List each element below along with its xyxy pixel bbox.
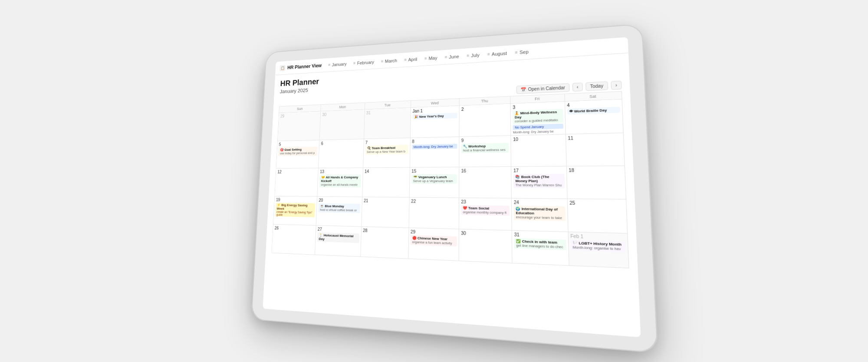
calendar-icon: 📅 bbox=[521, 87, 526, 92]
event-desc: encourage your team to take bbox=[516, 215, 563, 220]
tab-icon: ≡ bbox=[404, 57, 407, 62]
event-desc: Serve up a Veganuary team bbox=[413, 179, 455, 183]
cal-cell-jan27[interactable]: 27 🕯️ Holocaust Memorial Day bbox=[315, 226, 362, 257]
cal-cell-jan25[interactable]: 25 bbox=[567, 199, 628, 233]
date-label: 27 bbox=[318, 227, 359, 232]
tab-icon: ≡ bbox=[487, 52, 490, 56]
today-label: Today bbox=[590, 83, 603, 89]
cal-cell-jan30[interactable]: 30 bbox=[459, 229, 513, 263]
tab-february[interactable]: ≡ February bbox=[350, 54, 378, 70]
cal-cell-jan26[interactable]: 26 bbox=[272, 224, 316, 255]
open-calendar-button[interactable]: 📅 Open in Calendar bbox=[516, 83, 569, 94]
tab-label: June bbox=[449, 53, 459, 59]
event-world-braille[interactable]: 👁 World Braille Day bbox=[567, 106, 620, 114]
date-label: 17 bbox=[513, 168, 564, 173]
date-label: 15 bbox=[411, 168, 457, 173]
tab-august[interactable]: ≡ August bbox=[484, 45, 511, 62]
event-title: 🌍 International Day of Education bbox=[516, 206, 563, 216]
event-lgbt-history[interactable]: 🏳️ LGBT+ History Month Month-long: organ… bbox=[570, 239, 626, 252]
event-new-years-day[interactable]: 🎉 New Year's Day bbox=[412, 113, 457, 120]
tab-icon: ≡ bbox=[328, 63, 330, 67]
event-no-spend-january[interactable]: No Spend January bbox=[513, 123, 563, 130]
event-mind-body[interactable]: 🧘 Mind-Body Wellness Day consider a guid… bbox=[513, 109, 563, 124]
tab-march[interactable]: ≡ March bbox=[378, 53, 400, 68]
event-check-in[interactable]: ✅ Check in with team get line managers t… bbox=[514, 238, 566, 250]
event-goal-setting[interactable]: 🎯 Goal Setting use today for personal an… bbox=[278, 146, 317, 156]
date-label: 5 bbox=[279, 141, 318, 146]
cal-cell-jan9[interactable]: 9 🔧 Workshop host a financial wellness s… bbox=[459, 136, 511, 167]
date-label: 6 bbox=[321, 140, 362, 146]
cal-cell-dec31[interactable]: 31 bbox=[364, 108, 411, 139]
cal-cell-jan3[interactable]: 3 🧘 Mind-Body Wellness Day consider a gu… bbox=[511, 101, 566, 135]
cal-cell-jan23[interactable]: 23 ❤️ Team Social organise monthly compa… bbox=[459, 198, 512, 230]
tab-may[interactable]: ≡ May bbox=[421, 50, 441, 66]
event-chinese-new-year[interactable]: 🔴 Chinese New Year organise a fun team a… bbox=[411, 235, 457, 246]
event-team-breakfast[interactable]: 🍳 Team Breakfast Serve up a New Year tea… bbox=[365, 145, 408, 155]
cal-cell-jan31[interactable]: 31 ✅ Check in with team get line manager… bbox=[512, 230, 569, 266]
cal-cell-dec29[interactable]: 29 bbox=[278, 111, 321, 141]
cal-cell-jan19[interactable]: 19 ⚡ Big Energy Saving Week create an "E… bbox=[273, 196, 318, 225]
cal-cell-jan1[interactable]: Jan 1 🎉 New Year's Day bbox=[411, 106, 460, 138]
tablet: 📋 HR Planner View ≡ January ≡ February ≡… bbox=[251, 23, 658, 353]
cal-cell-jan24[interactable]: 24 🌍 International Day of Education enco… bbox=[512, 198, 568, 232]
app-title: HR Planner View bbox=[287, 63, 322, 70]
cal-cell-jan10[interactable]: 10 bbox=[511, 134, 567, 167]
cal-cell-jan6[interactable]: 6 bbox=[319, 139, 364, 168]
cal-cell-jan5[interactable]: 5 🎯 Goal Setting use today for personal … bbox=[276, 140, 320, 168]
event-desc: organise an all-hands meetir bbox=[321, 183, 359, 186]
next-button[interactable]: › bbox=[611, 80, 622, 90]
cal-cell-jan20[interactable]: 20 ☕ Blue Monday host a virtual coffee b… bbox=[316, 196, 362, 226]
event-book-club[interactable]: 📚 Book Club (The Money Plan) The Money P… bbox=[513, 173, 565, 188]
event-desc: create an "Energy Saving Tips" guide bbox=[276, 210, 314, 217]
date-label: 9 bbox=[461, 137, 509, 143]
cal-cell-jan28[interactable]: 28 bbox=[361, 226, 409, 259]
date-label: 4 bbox=[567, 100, 620, 107]
tab-april[interactable]: ≡ April bbox=[401, 51, 421, 67]
calendar-grid: Sun Mon Tue Wed Thu Fri Sat 29 30 31 bbox=[272, 91, 629, 268]
tab-label: August bbox=[492, 50, 507, 56]
cal-cell-jan2[interactable]: 2 bbox=[460, 103, 511, 136]
tab-january[interactable]: ≡ January bbox=[325, 56, 350, 72]
today-button[interactable]: Today bbox=[585, 81, 608, 91]
cal-cell-jan12[interactable]: 12 bbox=[275, 168, 319, 197]
tab-icon: ≡ bbox=[424, 56, 427, 61]
tab-july[interactable]: ≡ July bbox=[464, 47, 483, 63]
tab-sep[interactable]: ≡ Sep bbox=[511, 43, 532, 60]
event-intl-education[interactable]: 🌍 International Day of Education encoura… bbox=[514, 206, 566, 221]
cal-cell-feb1[interactable]: Feb 1 🏳️ LGBT+ History Month Month-long:… bbox=[568, 232, 629, 268]
date-label: 7 bbox=[365, 139, 408, 145]
event-big-energy[interactable]: ⚡ Big Energy Saving Week create an "Ener… bbox=[275, 203, 315, 217]
event-workshop[interactable]: 🔧 Workshop host a financial wellness ses bbox=[461, 143, 509, 153]
event-blue-monday[interactable]: ☕ Blue Monday host a virtual coffee brea… bbox=[319, 203, 360, 213]
date-label: 31 bbox=[366, 109, 409, 115]
cal-cell-jan29[interactable]: 29 🔴 Chinese New Year organise a fun tea… bbox=[408, 228, 459, 261]
date-label: 24 bbox=[514, 199, 565, 205]
date-label: 2 bbox=[461, 105, 509, 112]
cal-cell-jan16[interactable]: 16 bbox=[459, 166, 512, 198]
app-icon: 📋 bbox=[279, 64, 286, 71]
cal-cell-dec30[interactable]: 30 bbox=[320, 110, 365, 140]
date-label: 13 bbox=[320, 169, 361, 174]
date-label: 14 bbox=[365, 169, 408, 173]
tab-june[interactable]: ≡ June bbox=[441, 48, 463, 64]
date-label: 3 bbox=[513, 103, 562, 110]
cal-cell-jan11[interactable]: 11 bbox=[566, 133, 625, 166]
event-veganuary-lunch[interactable]: 🥗 Veganuary Lunch Serve up a Veganuary t… bbox=[411, 174, 457, 183]
event-desc: host a virtual coffee break or bbox=[320, 208, 358, 212]
prev-button[interactable]: ‹ bbox=[572, 83, 583, 92]
cal-cell-jan17[interactable]: 17 📚 Book Club (The Money Plan) The Mone… bbox=[512, 166, 568, 199]
cal-cell-jan21[interactable]: 21 bbox=[362, 197, 410, 228]
tab-icon: ≡ bbox=[353, 61, 355, 65]
event-holocaust-memorial[interactable]: 🕯️ Holocaust Memorial Day bbox=[317, 232, 359, 243]
event-all-hands[interactable]: 🤝 All Hands & Company Kickoff organise a… bbox=[319, 174, 361, 187]
cal-cell-jan15[interactable]: 15 🥗 Veganuary Lunch Serve up a Veganuar… bbox=[410, 167, 460, 198]
cal-cell-jan7[interactable]: 7 🍳 Team Breakfast Serve up a New Year t… bbox=[363, 138, 411, 168]
cal-cell-jan14[interactable]: 14 bbox=[362, 167, 410, 197]
cal-cell-jan4[interactable]: 4 👁 World Braille Day bbox=[565, 99, 624, 134]
cal-cell-jan18[interactable]: 18 bbox=[567, 166, 627, 199]
event-team-social[interactable]: ❤️ Team Social organise monthly company … bbox=[461, 205, 510, 216]
event-dry-january[interactable]: Month-long: Dry January be bbox=[412, 144, 457, 149]
cal-cell-jan22[interactable]: 22 bbox=[409, 197, 459, 229]
cal-cell-jan8[interactable]: 8 Month-long: Dry January be bbox=[410, 137, 460, 168]
cal-cell-jan13[interactable]: 13 🤝 All Hands & Company Kickoff organis… bbox=[317, 168, 363, 197]
